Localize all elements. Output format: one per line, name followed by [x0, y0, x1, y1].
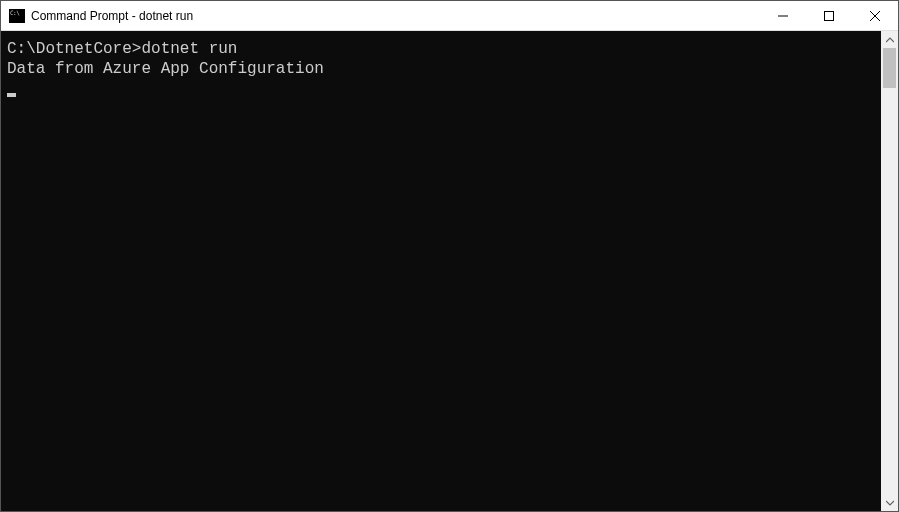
- scroll-track[interactable]: [881, 48, 898, 494]
- prompt-line: C:\DotnetCore>dotnet run: [7, 39, 875, 59]
- maximize-icon: [824, 11, 834, 21]
- close-icon: [870, 11, 880, 21]
- cmd-icon: [9, 9, 25, 23]
- close-button[interactable]: [852, 1, 898, 30]
- chevron-up-icon: [886, 36, 894, 44]
- minimize-button[interactable]: [760, 1, 806, 30]
- command: dotnet run: [141, 40, 237, 58]
- chevron-down-icon: [886, 499, 894, 507]
- window-controls: [760, 1, 898, 30]
- cursor: [7, 93, 16, 97]
- terminal[interactable]: C:\DotnetCore>dotnet runData from Azure …: [1, 31, 881, 511]
- scroll-up-button[interactable]: [881, 31, 898, 48]
- output-line: Data from Azure App Configuration: [7, 59, 875, 79]
- titlebar: Command Prompt - dotnet run: [1, 1, 898, 31]
- svg-rect-1: [825, 11, 834, 20]
- scrollbar[interactable]: [881, 31, 898, 511]
- scroll-thumb[interactable]: [883, 48, 896, 88]
- scroll-down-button[interactable]: [881, 494, 898, 511]
- minimize-icon: [778, 11, 788, 21]
- maximize-button[interactable]: [806, 1, 852, 30]
- terminal-container: C:\DotnetCore>dotnet runData from Azure …: [1, 31, 898, 511]
- prompt: C:\DotnetCore>: [7, 40, 141, 58]
- window-title: Command Prompt - dotnet run: [31, 9, 760, 23]
